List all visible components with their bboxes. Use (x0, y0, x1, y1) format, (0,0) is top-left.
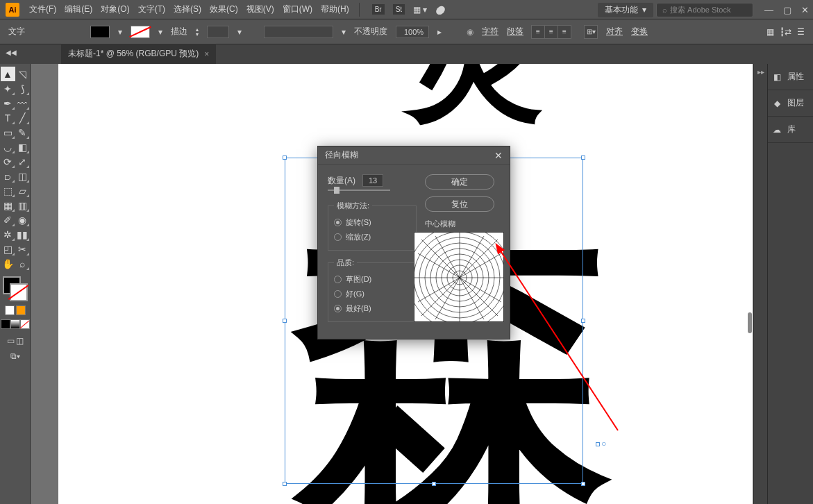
panel-properties[interactable]: ◧ 属性 (768, 64, 813, 90)
scale-tool[interactable]: ⤢ (15, 154, 30, 169)
bbox-handle-tl[interactable] (283, 156, 287, 160)
bbox-handle-mr[interactable] (581, 319, 585, 323)
direct-selection-tool[interactable]: ◹ (15, 67, 30, 81)
amount-slider-thumb[interactable] (334, 187, 340, 194)
bbox-handle-tr[interactable] (581, 156, 585, 160)
align-left-button[interactable]: ≡ (531, 25, 545, 39)
bbox-handle-bl[interactable] (283, 482, 287, 486)
arrange-docs-icon[interactable]: ▦ ▾ (413, 5, 427, 15)
expand-right-panels-icon[interactable]: ▸▸ (757, 68, 764, 76)
shape-builder-tool[interactable]: ⬚ (1, 183, 15, 198)
dialog-close-icon[interactable]: ✕ (494, 150, 503, 161)
mesh-tool[interactable]: ▦ (1, 198, 15, 212)
draw-mode-icon[interactable]: ◫ (16, 336, 24, 346)
menu-type[interactable]: 文字(T) (134, 1, 169, 18)
scrollbar-thumb[interactable] (748, 312, 752, 333)
align-right-button[interactable]: ≡ (558, 25, 571, 39)
gradient-tool[interactable]: ▥ (15, 198, 30, 212)
opacity-input[interactable] (396, 26, 429, 38)
maximize-button[interactable]: ▢ (783, 5, 791, 15)
panel-options-icon[interactable]: ┇⇄ (780, 27, 791, 37)
zoom-tool[interactable]: ⌕ (15, 256, 30, 271)
shaper-tool[interactable]: ◡ (1, 140, 15, 154)
perspective-tool[interactable]: ▱ (15, 183, 30, 198)
eraser-tool[interactable]: ◧ (15, 140, 30, 154)
ok-button[interactable]: 确定 (425, 174, 494, 190)
color-mode-icon[interactable] (5, 305, 15, 315)
screenmode-toggle[interactable]: ⧉▾ (10, 351, 20, 361)
menu-select[interactable]: 选择(S) (169, 1, 206, 18)
align-label[interactable]: 对齐 (606, 26, 623, 37)
panel-menu-icon[interactable]: ☰ (797, 27, 805, 37)
expand-panels-icon[interactable]: ◀◀ (6, 49, 17, 56)
paragraph-link[interactable]: 段落 (507, 26, 523, 37)
minimize-button[interactable]: — (764, 5, 773, 15)
blend-tool[interactable]: ◉ (15, 212, 30, 227)
fill-mode-gradient[interactable] (10, 319, 20, 329)
reset-button[interactable]: 复位 (425, 196, 494, 212)
brush-tool[interactable]: ✎ (15, 125, 30, 140)
panel-libraries[interactable]: ☁ 库 (768, 117, 813, 143)
close-button[interactable]: ✕ (801, 5, 809, 15)
close-tab-icon[interactable]: × (204, 49, 209, 59)
recolor-icon[interactable]: ◉ (467, 27, 473, 37)
rotate-tool[interactable]: ⟳ (1, 154, 15, 169)
menu-object[interactable]: 对象(O) (97, 1, 133, 18)
color-swatches[interactable] (1, 275, 29, 303)
panel-toggle-icon[interactable]: ▦ (766, 27, 774, 37)
curvature-tool[interactable]: 〰 (15, 96, 30, 110)
line-tool[interactable]: ╱ (15, 110, 30, 125)
align-center-button[interactable]: ≡ (544, 25, 558, 39)
stroke-weight-input[interactable] (207, 26, 229, 38)
type-tool[interactable]: T (1, 110, 15, 125)
workspace-selector[interactable]: 基本功能 ▾ (598, 3, 653, 17)
document-tab[interactable]: 未标题-1* @ 56% (RGB/GPU 预览) × (61, 43, 216, 64)
quality-best-radio[interactable]: 最好(B) (334, 301, 410, 316)
screen-mode-icon[interactable]: ▭ (7, 336, 15, 346)
method-zoom-radio[interactable]: 缩放(Z) (334, 230, 410, 244)
character-link[interactable]: 字符 (482, 26, 498, 37)
background-swatch[interactable] (10, 283, 28, 301)
stock-icon[interactable]: St (393, 4, 405, 15)
hand-tool[interactable]: ✋ (1, 256, 15, 271)
width-tool[interactable]: ⫐ (1, 169, 15, 183)
menu-edit[interactable]: 编辑(E) (60, 1, 97, 18)
brush-preset-dropdown[interactable] (264, 26, 333, 38)
fill-mode-none[interactable] (20, 319, 30, 329)
free-transform-tool[interactable]: ◫ (15, 169, 30, 183)
artboard-tool[interactable]: ◰ (1, 242, 15, 256)
eyedropper-tool[interactable]: ✐ (1, 212, 15, 227)
align-panel-button[interactable]: ⊞▾ (584, 25, 598, 39)
amount-input[interactable] (362, 174, 383, 187)
menu-help[interactable]: 帮助(H) (317, 1, 353, 18)
stock-search-input[interactable]: ⌕搜索 Adobe Stock (656, 3, 753, 17)
stroke-swatch[interactable] (131, 26, 150, 38)
gpu-icon[interactable]: ⬤ (435, 5, 444, 15)
graph-tool[interactable]: ▮▮ (15, 227, 30, 242)
stroke-weight-stepper[interactable]: ▴▾ (196, 27, 199, 37)
fill-swatch[interactable] (90, 26, 110, 38)
menu-view[interactable]: 视图(V) (242, 1, 278, 18)
lasso-tool[interactable]: ⟆ (15, 81, 30, 96)
blur-center-preview[interactable] (414, 232, 504, 322)
menu-window[interactable]: 窗口(W) (278, 1, 317, 18)
method-spin-radio[interactable]: 旋转(S) (334, 215, 410, 230)
slice-tool[interactable]: ✂ (15, 242, 30, 256)
panel-layers[interactable]: ◆ 图层 (768, 90, 813, 117)
quality-draft-radio[interactable]: 草图(D) (334, 272, 410, 287)
rectangle-tool[interactable]: ▭ (1, 125, 15, 140)
menu-file[interactable]: 文件(F) (25, 1, 60, 18)
fill-mode-solid[interactable] (1, 319, 10, 329)
transform-link[interactable]: 变换 (631, 26, 648, 37)
bbox-handle-br[interactable] (581, 482, 585, 486)
bbox-handle-ml[interactable] (283, 319, 287, 323)
pen-tool[interactable]: ✒ (1, 96, 15, 110)
swap-colors-icon[interactable] (16, 305, 26, 315)
reference-point[interactable] (596, 442, 600, 446)
symbol-sprayer-tool[interactable]: ✲ (1, 227, 15, 242)
magic-wand-tool[interactable]: ✦ (1, 81, 15, 96)
bridge-icon[interactable]: Br (372, 4, 385, 15)
menu-effect[interactable]: 效果(C) (206, 1, 242, 18)
bbox-handle-bm[interactable] (432, 482, 436, 486)
amount-slider[interactable] (328, 190, 390, 191)
